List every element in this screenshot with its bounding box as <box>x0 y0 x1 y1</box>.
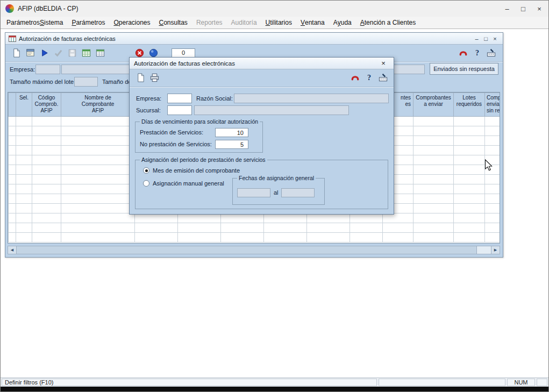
column-header-lotes-requeridos[interactable]: Lotesrequeridos <box>454 93 485 117</box>
empresa-code-field <box>35 65 60 74</box>
maximize-button[interactable]: □ <box>515 1 531 17</box>
radio-mes-emision[interactable]: Mes de emisión del comprobante <box>143 167 240 174</box>
child-title-bar[interactable]: Autorización de facturas electrónicas – … <box>5 33 503 45</box>
table-cell <box>9 136 16 146</box>
run-icon[interactable] <box>38 47 51 59</box>
table-row[interactable] <box>9 213 501 223</box>
column-header-sel[interactable]: Sel. <box>16 93 32 117</box>
lote-counter-field[interactable]: 0 <box>172 48 195 58</box>
table-cell <box>9 126 16 136</box>
radio-asignacion-manual-label: Asignación manual general <box>153 180 224 187</box>
save-icon[interactable] <box>66 47 79 59</box>
sucursal-code-field[interactable] <box>167 105 192 115</box>
table-cell <box>9 204 16 213</box>
menu-item-reportes: Reportes <box>192 17 227 28</box>
dialog-body: ? Empresa: Razón Social: Sucursal: Días … <box>130 69 394 214</box>
menu-item-consultas[interactable]: Consultas <box>155 17 192 28</box>
table-cell <box>178 223 221 233</box>
function-keys-icon[interactable] <box>484 47 497 59</box>
menu-item-operaciones[interactable]: Operaciones <box>109 17 154 28</box>
table-cell <box>16 184 32 194</box>
table-cell <box>485 194 501 204</box>
menu-item-ventana[interactable]: Ventana <box>296 17 329 28</box>
menu-item-utilitarios[interactable]: Utilitarios <box>261 17 296 28</box>
child-maximize-button[interactable]: □ <box>481 35 490 42</box>
table-cell <box>413 194 454 204</box>
radio-circle-icon <box>143 180 149 187</box>
radio-asignacion-manual[interactable]: Asignación manual general <box>143 180 224 187</box>
dialog-empresa-field[interactable] <box>167 94 192 103</box>
database-table-icon[interactable] <box>80 47 92 59</box>
table-cell <box>16 126 32 136</box>
no-prestacion-field[interactable]: 5 <box>215 140 248 149</box>
dialog-toolbar-right: ? <box>348 72 389 83</box>
table-cell <box>485 204 501 213</box>
enviados-sin-respuesta-button[interactable]: Enviados sin respuesta <box>430 63 498 75</box>
num-lock-indicator: NUM <box>507 379 535 386</box>
table-cell <box>264 233 307 243</box>
exit-phone-icon[interactable] <box>348 72 361 83</box>
grid-view-icon[interactable] <box>94 47 106 59</box>
mdi-client-area: Autorización de facturas electrónicas – … <box>1 29 548 377</box>
table-cell <box>135 233 178 243</box>
table-cell <box>61 155 135 165</box>
scroll-right-icon[interactable]: ▶ <box>491 246 500 254</box>
table-cell <box>178 233 221 243</box>
column-header-row-indicator[interactable] <box>9 93 16 117</box>
tamano-del-label: Tamaño del <box>102 79 133 85</box>
table-cell <box>413 126 454 136</box>
table-cell <box>383 213 413 223</box>
column-header-comprobantes-enviados-sin-respuesta[interactable]: Comprobaenviadosin respu <box>485 93 501 117</box>
table-cell <box>454 194 485 204</box>
table-cell <box>221 223 264 233</box>
table-row[interactable] <box>9 233 501 243</box>
column-header-codigo-comprob-afip[interactable]: CódigoComprob.AFIP <box>32 93 61 117</box>
table-cell <box>32 194 61 204</box>
prestacion-field[interactable]: 10 <box>215 128 248 137</box>
menu-item-ayuda[interactable]: Ayuda <box>329 17 356 28</box>
child-close-button[interactable]: × <box>490 35 500 42</box>
menu-bar: Parámetros SistemaParámetrosOperacionesC… <box>1 17 548 29</box>
new-document-icon[interactable] <box>134 72 147 83</box>
form-properties-icon[interactable] <box>24 47 37 59</box>
fecha-desde-field <box>237 188 270 197</box>
table-cell <box>413 117 454 126</box>
minimize-button[interactable]: – <box>499 1 515 17</box>
confirm-icon[interactable] <box>52 47 65 59</box>
close-button[interactable]: × <box>531 1 547 17</box>
menu-item-auditoria: Auditoría <box>227 17 261 28</box>
function-keys-icon[interactable] <box>376 72 389 83</box>
menu-item-parametros-sistema[interactable]: Parámetros Sistema <box>2 17 67 28</box>
menu-item-atencion-a-clientes[interactable]: Atención a Clientes <box>356 17 420 28</box>
new-document-icon[interactable] <box>10 47 23 59</box>
table-cell <box>16 165 32 175</box>
child-minimize-button[interactable]: – <box>472 35 481 42</box>
sucursal-name-field <box>194 105 349 115</box>
table-cell <box>454 165 485 175</box>
printer-icon[interactable] <box>148 72 161 83</box>
table-cell <box>485 136 501 146</box>
table-cell <box>221 213 264 223</box>
dialog-close-button[interactable]: × <box>377 59 389 67</box>
table-cell <box>61 213 135 223</box>
table-cell <box>16 175 32 184</box>
menu-item-parametros[interactable]: Parámetros <box>67 17 109 28</box>
table-cell <box>9 155 16 165</box>
table-cell <box>9 165 16 175</box>
table-cell <box>61 233 135 243</box>
column-header-nombre-comprobante-afip[interactable]: Nombre deComprobanteAFIP <box>61 93 135 117</box>
help-icon[interactable]: ? <box>362 72 375 83</box>
horizontal-scrollbar[interactable]: ◀ ▶ <box>8 246 500 254</box>
scroll-left-icon[interactable]: ◀ <box>8 246 17 254</box>
table-cell <box>383 233 413 243</box>
column-header-comprobantes-a-enviar[interactable]: Comprobantesa enviar <box>413 93 454 117</box>
exit-phone-icon[interactable] <box>457 47 469 59</box>
svg-text:?: ? <box>475 48 479 57</box>
dialog-title-bar[interactable]: Autorización de facturas electrónicas × <box>130 58 394 69</box>
table-row[interactable] <box>9 223 501 233</box>
scrollbar-thumb[interactable] <box>17 246 477 254</box>
help-icon[interactable]: ? <box>470 47 483 59</box>
group-fechas-asignacion: Fechas de asignación general al <box>232 178 325 205</box>
razon-social-field <box>234 94 389 103</box>
group-asignacion-periodo: Asignación del periodo de prestación de … <box>135 160 388 209</box>
